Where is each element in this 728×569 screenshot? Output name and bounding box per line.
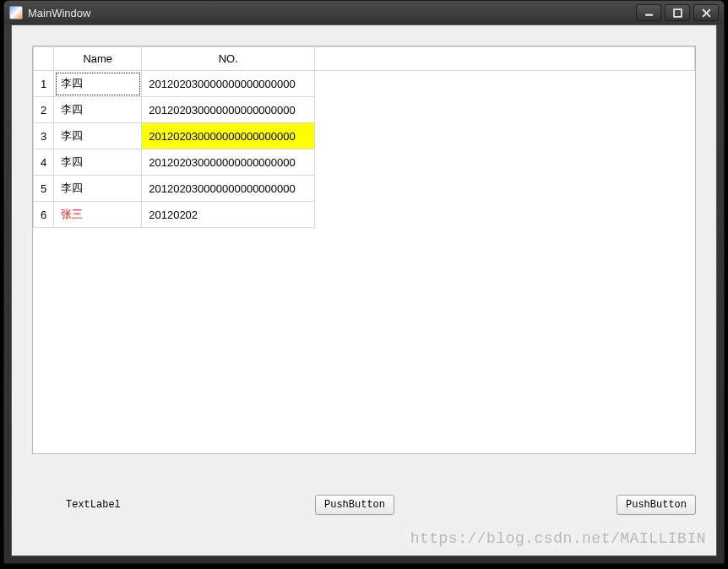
data-table[interactable]: Name NO. 1李四2012020300000000000000002李四2… <box>33 46 695 228</box>
cell-name[interactable]: 李四 <box>54 123 142 149</box>
cell-name[interactable]: 李四 <box>54 97 142 123</box>
cell-empty[interactable] <box>315 71 695 97</box>
cell-no[interactable]: 201202030000000000000000 <box>142 123 315 149</box>
cell-name[interactable]: 李四 <box>54 71 142 97</box>
maximize-button[interactable] <box>665 4 690 21</box>
watermark: https://blog.csdn.net/MAILLIBIN <box>410 530 706 547</box>
row-header[interactable]: 5 <box>34 176 54 202</box>
app-icon <box>9 6 23 19</box>
cell-no[interactable]: 20120202 <box>142 202 315 228</box>
cell-empty[interactable] <box>315 176 695 202</box>
client-area: Name NO. 1李四2012020300000000000000002李四2… <box>11 24 717 556</box>
cell-name[interactable]: 李四 <box>54 149 142 176</box>
minimize-button[interactable] <box>636 4 661 21</box>
window-controls <box>636 4 719 21</box>
svg-rect-1 <box>674 9 682 17</box>
cell-no[interactable]: 201202030000000000000000 <box>142 97 315 123</box>
cell-no[interactable]: 201202030000000000000000 <box>142 149 315 176</box>
table-row[interactable]: 5李四201202030000000000000000 <box>34 176 695 202</box>
close-button[interactable] <box>693 4 719 21</box>
cell-name[interactable]: 张三 <box>54 202 142 228</box>
cell-no[interactable]: 201202030000000000000000 <box>142 71 315 97</box>
push-button-1[interactable]: PushButton <box>315 495 394 515</box>
cell-empty[interactable] <box>315 97 695 123</box>
table-row[interactable]: 2李四201202030000000000000000 <box>34 97 695 123</box>
cell-empty[interactable] <box>315 123 695 149</box>
cell-empty[interactable] <box>315 149 695 176</box>
column-header-no[interactable]: NO. <box>142 47 315 71</box>
push-button-2[interactable]: PushButton <box>617 495 696 515</box>
table-row[interactable]: 3李四201202030000000000000000 <box>34 123 695 149</box>
cell-no[interactable]: 201202030000000000000000 <box>142 176 315 202</box>
window-frame: MainWindow Name NO. <box>3 0 725 564</box>
cell-empty[interactable] <box>315 202 695 228</box>
window-title: MainWindow <box>28 7 636 19</box>
text-label: TextLabel <box>66 499 121 511</box>
row-header[interactable]: 3 <box>34 123 54 149</box>
table-row[interactable]: 4李四201202030000000000000000 <box>34 149 695 176</box>
table-row[interactable]: 6张三20120202 <box>34 202 695 228</box>
row-header[interactable]: 2 <box>34 97 54 123</box>
row-header[interactable]: 4 <box>34 149 54 176</box>
table-widget[interactable]: Name NO. 1李四2012020300000000000000002李四2… <box>32 46 696 454</box>
footer-area: TextLabel PushButton PushButton <box>32 488 696 522</box>
cell-name[interactable]: 李四 <box>54 176 142 202</box>
titlebar[interactable]: MainWindow <box>4 1 724 24</box>
column-header-name[interactable]: Name <box>54 47 142 71</box>
row-header[interactable]: 6 <box>34 202 54 228</box>
row-header[interactable]: 1 <box>34 71 54 97</box>
table-row[interactable]: 1李四201202030000000000000000 <box>34 71 695 97</box>
column-header-empty[interactable] <box>315 47 695 71</box>
table-corner[interactable] <box>34 47 54 71</box>
